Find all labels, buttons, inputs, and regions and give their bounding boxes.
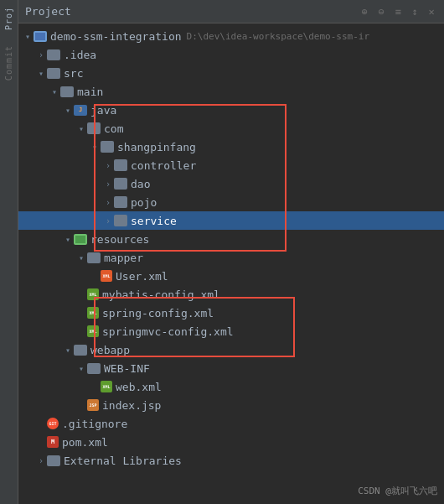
tree-arrow[interactable]: › (35, 50, 47, 60)
tree-item-shangpinfang[interactable]: ▾shangpinfang (18, 138, 444, 156)
tree-item-idea[interactable]: ›.idea (18, 45, 444, 64)
tree-item-label: shangpinfang (117, 141, 196, 153)
tree-item-mybatis[interactable]: XMLmybatis-config.xml (18, 285, 444, 304)
tree-item-webxml[interactable]: XMLweb.xml (18, 377, 444, 396)
tree-item-label: .gitignore (62, 418, 127, 430)
package-folder-icon (114, 178, 127, 190)
tree-item-com[interactable]: ▾com (18, 119, 444, 138)
package-folder-icon (114, 196, 127, 208)
spring-xml-icon: XML (87, 325, 99, 337)
folder-icon (87, 252, 101, 263)
folder-icon (87, 363, 101, 374)
tree-item-service[interactable]: ›service (18, 211, 444, 230)
tree-item-gitignore[interactable]: GIT.gitignore (18, 414, 444, 433)
jsp-file-icon: JSP (87, 399, 99, 411)
tree-item-label: pom.xml (62, 436, 108, 449)
tree-item-extlibs[interactable]: ›External Libraries (18, 451, 444, 470)
tree-item-label: External Libraries (64, 455, 182, 467)
collapse-all-icon[interactable]: ⊖ (375, 6, 387, 18)
tree-item-controller[interactable]: ›controller (18, 156, 444, 174)
tree-arrow[interactable]: › (35, 456, 47, 465)
tree-item-resources[interactable]: ▾resources (18, 230, 444, 248)
tree-item-label: resources (90, 233, 149, 246)
tree-arrow[interactable]: ▾ (22, 32, 34, 41)
tree-item-label: web.xml (116, 381, 162, 393)
folder-icon (60, 86, 74, 97)
git-icon: GIT (47, 418, 59, 429)
tree-arrow[interactable]: ▾ (89, 143, 101, 152)
tree-item-label: com (104, 122, 123, 135)
watermark: CSDN @就叫飞六吧 (358, 485, 437, 497)
tree-arrow[interactable]: › (102, 179, 114, 189)
tree-item-pojo[interactable]: ›pojo (18, 193, 444, 211)
tree-arrow[interactable]: › (102, 216, 114, 226)
tree-item-dao[interactable]: ›dao (18, 174, 444, 193)
folder-icon (74, 345, 87, 356)
sidebar-left: Proj Commit (0, 0, 18, 504)
tree-item-label: service (131, 215, 177, 227)
maven-icon: M (47, 436, 59, 448)
tree-item-webapp[interactable]: ▾webapp (18, 340, 444, 359)
sidebar-label-project[interactable]: Proj (4, 7, 13, 30)
tree-arrow[interactable]: ▾ (35, 69, 47, 78)
toolbar-icons: ⊕ ⊖ ≡ ↕ ✕ (359, 6, 437, 18)
tree-item-label: springmvc-config.xml (102, 325, 234, 338)
tree-item-label: webapp (90, 344, 130, 356)
folder-icon (47, 455, 60, 466)
sidebar-label-commit[interactable]: Commit (4, 45, 13, 81)
tree-item-indexjsp[interactable]: JSPindex.jsp (18, 396, 444, 414)
tree-item-spring[interactable]: XMLspring-config.xml (18, 304, 444, 322)
tree-item-webinf[interactable]: ▾WEB-INF (18, 359, 444, 377)
settings-icon[interactable]: ≡ (392, 6, 404, 18)
tree-arrow[interactable]: › (102, 161, 114, 170)
tree-item-label: spring-config.xml (102, 307, 214, 320)
tree-item-src[interactable]: ▾src (18, 64, 444, 82)
tree-item-mapper[interactable]: ▾mapper (18, 248, 444, 267)
spring-xml-icon: XML (101, 381, 112, 392)
panel-title: Project (25, 5, 71, 18)
tree-arrow[interactable]: ▾ (75, 364, 87, 373)
package-folder-icon (114, 159, 127, 171)
xml-file-icon: XML (101, 270, 112, 282)
tree-item-java[interactable]: ▾Jjava (18, 101, 444, 119)
spring-xml-icon: XML (87, 288, 99, 300)
package-folder-icon (87, 122, 101, 134)
tree-item-label: pojo (131, 196, 157, 209)
expand-all-icon[interactable]: ⊕ (359, 6, 370, 18)
tree-arrow[interactable]: ▾ (75, 253, 87, 262)
tree-item-root[interactable]: ▾demo-ssm-integrationD:\dev\idea-workspa… (18, 27, 444, 45)
tree-item-label: src (64, 67, 83, 80)
tree-arrow[interactable]: ▾ (62, 346, 74, 355)
tree-item-main[interactable]: ▾main (18, 82, 444, 101)
package-folder-icon (101, 141, 114, 153)
top-bar: Project ⊕ ⊖ ≡ ↕ ✕ (18, 0, 444, 23)
tree-item-label: demo-ssm-integration (50, 30, 182, 43)
main-panel: Project ⊕ ⊖ ≡ ↕ ✕ ▾demo-ssm-integrationD… (18, 0, 444, 504)
tree-arrow[interactable]: ▾ (75, 124, 87, 133)
tree-item-label: mybatis-config.xml (102, 288, 220, 301)
spring-xml-icon: XML (87, 307, 99, 319)
tree-item-label: WEB-INF (104, 362, 150, 375)
close-icon[interactable]: ✕ (426, 6, 437, 18)
tree-item-springmvc[interactable]: XMLspringmvc-config.xml (18, 322, 444, 340)
tree-item-label: dao (131, 178, 150, 190)
tree-item-label: User.xml (116, 270, 168, 283)
tree-item-label: index.jsp (102, 399, 161, 412)
tree-arrow[interactable]: › (102, 198, 114, 207)
tree-item-userxml[interactable]: XMLUser.xml (18, 267, 444, 285)
folder-icon (47, 49, 60, 60)
tree-item-label: mapper (104, 252, 143, 264)
tree-arrow[interactable]: ▾ (62, 235, 74, 244)
scroll-icon[interactable]: ↕ (409, 6, 421, 18)
tree-item-label: java (90, 104, 116, 117)
tree-item-label: main (77, 86, 103, 98)
project-tree: ▾demo-ssm-integrationD:\dev\idea-workspa… (18, 23, 444, 504)
tree-item-path: D:\dev\idea-workspace\demo-ssm-ir (187, 31, 370, 42)
resources-folder-icon (74, 234, 87, 245)
tree-arrow[interactable]: ▾ (49, 87, 60, 96)
tree-item-pomxml[interactable]: Mpom.xml (18, 433, 444, 451)
tree-arrow[interactable]: ▾ (62, 106, 74, 115)
java-source-folder-icon: J (74, 105, 87, 116)
tree-item-label: controller (131, 159, 196, 172)
tree-item-label: .idea (64, 49, 96, 61)
